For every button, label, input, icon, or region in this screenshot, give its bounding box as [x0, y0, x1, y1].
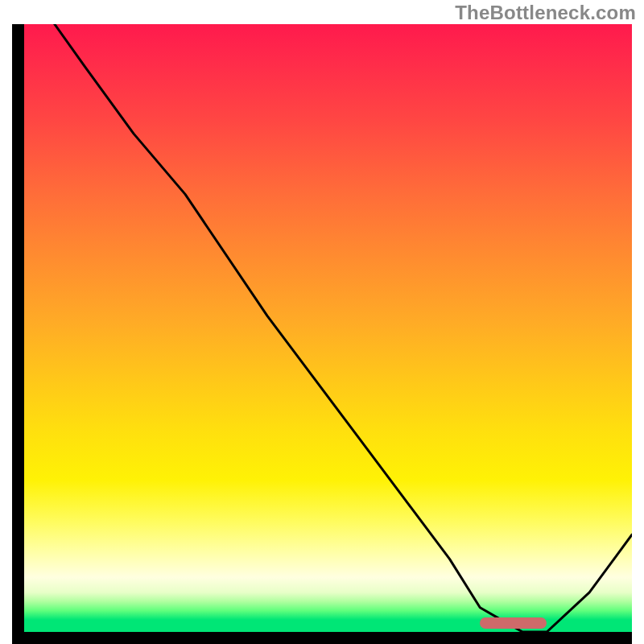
watermark-text: TheBottleneck.com: [455, 2, 636, 24]
plot-area: [24, 24, 632, 632]
chart-root: TheBottleneck.com: [0, 0, 644, 644]
plot-frame: [12, 24, 632, 644]
curve-svg: [24, 24, 632, 632]
curve-path: [55, 24, 632, 632]
optimal-range-marker: [480, 617, 547, 629]
